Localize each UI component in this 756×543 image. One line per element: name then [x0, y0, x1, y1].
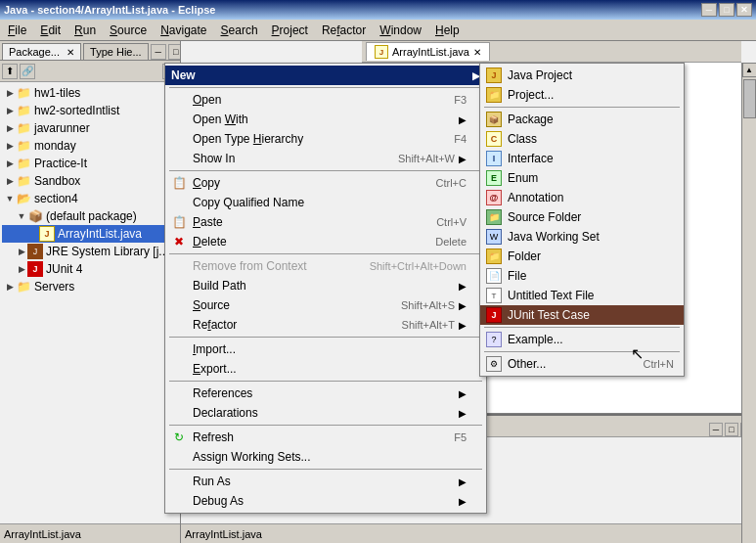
submenu-item-java-project[interactable]: J Java Project — [480, 66, 684, 85]
submenu-item-annotation[interactable]: @ Annotation — [480, 188, 684, 207]
delete-icon: ✖ — [171, 234, 187, 249]
tree-expand-icon: ▶ — [16, 263, 27, 275]
minimize-panel-icon[interactable]: ─ — [151, 44, 166, 60]
status-bar-text: ArrayIntList.java — [185, 528, 262, 540]
arrow-icon: ▶ — [459, 114, 467, 125]
submenu-item-folder[interactable]: 📁 Folder — [480, 247, 684, 266]
tree-expand-icon: ▶ — [16, 246, 27, 257]
menu-refactor[interactable]: Refactor — [316, 22, 372, 39]
submenu-item-class[interactable]: C Class — [480, 129, 684, 149]
submenu-item-file[interactable]: 📄 File — [480, 266, 684, 286]
submenu-item-untitled-text-file[interactable]: T Untitled Text File — [480, 286, 684, 305]
menu-project[interactable]: Project — [266, 22, 314, 39]
menu-edit[interactable]: Edit — [34, 22, 67, 39]
close-button[interactable]: ✕ — [736, 3, 752, 17]
list-item[interactable]: ▶ 📁 monday — [2, 137, 178, 155]
collapse-all-button[interactable]: ⬆ — [2, 64, 18, 79]
separator — [169, 469, 482, 470]
tab-package-close-icon[interactable]: ✕ — [67, 47, 74, 58]
arrow-icon: ▶ — [459, 476, 467, 487]
maximize-button[interactable]: □ — [719, 3, 734, 17]
minimize-button[interactable]: ─ — [701, 3, 717, 17]
submenu-item-example[interactable]: ? Example... — [480, 330, 684, 349]
context-menu-item-import[interactable]: Import... — [165, 339, 486, 359]
menu-help[interactable]: Help — [429, 22, 466, 39]
tree-collapse-icon: ▼ — [4, 193, 16, 204]
tab-type-hierarchy[interactable]: Type Hie... — [83, 43, 149, 60]
arrow-icon: ▶ — [459, 154, 467, 164]
submenu-item-enum[interactable]: E Enum — [480, 168, 684, 188]
tab-package-explorer[interactable]: Package... ✕ — [2, 43, 81, 60]
context-menu-item-declarations[interactable]: Declarations ▶ — [165, 403, 486, 423]
list-item[interactable]: ▶ 📁 hw1-tiles — [2, 84, 178, 102]
context-menu: New ▶ Open F3 Open With ▶ Open Type Hier… — [164, 63, 487, 514]
enum-icon: E — [486, 170, 502, 186]
menu-file[interactable]: File — [2, 22, 32, 39]
context-menu-item-build-path[interactable]: Build Path ▶ — [165, 276, 486, 295]
submenu-new: J Java Project 📁 Project... 📦 Package C … — [479, 63, 685, 377]
menu-search[interactable]: Search — [215, 22, 264, 39]
context-menu-item-run-as[interactable]: Run As ▶ — [165, 472, 486, 491]
copy-icon: 📋 — [171, 175, 187, 191]
submenu-item-other[interactable]: ⚙ Other... Ctrl+N — [480, 354, 684, 374]
list-item[interactable]: J ArrayIntList.java — [2, 225, 178, 243]
list-item[interactable]: ▶ 📁 Servers — [2, 278, 178, 295]
list-item[interactable]: ▶ 📁 javarunner — [2, 119, 178, 137]
submenu-item-junit-test-case[interactable]: J JUnit Test Case — [480, 305, 684, 325]
list-item[interactable]: ▼ 📦 (default package) — [2, 207, 178, 225]
example-icon: ? — [486, 332, 502, 347]
folder-icon: 📁 — [16, 156, 31, 171]
maximize-panel-icon[interactable]: □ — [168, 44, 181, 60]
context-menu-item-show-in[interactable]: Show In Shift+Alt+W ▶ — [165, 149, 486, 168]
context-menu-item-open[interactable]: Open F3 — [165, 90, 486, 110]
arrow-icon: ▶ — [459, 320, 467, 331]
context-menu-item-open-type-hierarchy[interactable]: Open Type Hierarchy F4 — [165, 129, 486, 149]
scroll-up-button[interactable]: ▲ — [742, 63, 757, 77]
context-menu-item-source[interactable]: Source Shift+Alt+S ▶ — [165, 295, 486, 315]
submenu-item-java-working-set[interactable]: W Java Working Set — [480, 227, 684, 247]
submenu-item-project[interactable]: 📁 Project... — [480, 85, 684, 105]
submenu-item-package[interactable]: 📦 Package — [480, 110, 684, 129]
list-item[interactable]: ▶ J JRE System Library [j... — [2, 243, 178, 260]
tree-expand-icon: ▶ — [4, 175, 16, 187]
context-menu-item-assign-working-sets[interactable]: Assign Working Sets... — [165, 447, 486, 467]
link-with-editor-button[interactable]: 🔗 — [20, 64, 35, 79]
arrow-icon: ▶ — [459, 408, 467, 419]
context-menu-item-export[interactable]: Export... — [165, 359, 486, 379]
context-menu-item-refactor[interactable]: Refactor Shift+Alt+T ▶ — [165, 315, 486, 335]
context-menu-item-paste[interactable]: 📋 Paste Ctrl+V — [165, 212, 486, 232]
tree-leaf-icon — [27, 228, 39, 240]
annotation-icon: @ — [486, 190, 502, 205]
menu-window[interactable]: Window — [374, 22, 427, 39]
list-item[interactable]: ▼ 📂 section4 — [2, 190, 178, 207]
list-item[interactable]: ▶ 📁 hw2-sortedIntlist — [2, 102, 178, 119]
context-menu-item-refresh[interactable]: ↻ Refresh F5 — [165, 428, 486, 447]
editor-tab-close-icon[interactable]: ✕ — [473, 47, 481, 58]
context-menu-item-references[interactable]: References ▶ — [165, 384, 486, 403]
title-bar: Java - section4/ArrayIntList.java - Ecli… — [0, 0, 756, 20]
list-item[interactable]: ▶ 📁 Sandbox — [2, 172, 178, 190]
submenu-item-interface[interactable]: I Interface — [480, 149, 684, 168]
separator — [169, 337, 482, 338]
folder-icon: 📁 — [16, 103, 31, 118]
scroll-thumb[interactable] — [743, 79, 756, 118]
folder-icon: 📁 — [16, 173, 31, 189]
menu-navigate[interactable]: Navigate — [155, 22, 212, 39]
list-item[interactable]: ▶ J JUnit 4 — [2, 260, 178, 278]
bottom-panel-maximize-icon[interactable]: □ — [725, 423, 738, 436]
submenu-item-source-folder[interactable]: 📁 Source Folder — [480, 207, 684, 227]
menu-run[interactable]: Run — [68, 22, 102, 39]
context-menu-item-new[interactable]: New ▶ — [165, 66, 486, 85]
context-menu-item-delete[interactable]: ✖ Delete Delete — [165, 232, 486, 251]
bottom-panel-minimize-icon[interactable]: ─ — [709, 423, 723, 436]
context-menu-item-copy-qualified[interactable]: Copy Qualified Name — [165, 193, 486, 212]
arrow-icon: ▶ — [459, 388, 467, 399]
context-menu-item-open-with[interactable]: Open With ▶ — [165, 110, 486, 129]
context-menu-item-copy[interactable]: 📋 Copy Ctrl+C — [165, 173, 486, 193]
menu-source[interactable]: Source — [104, 22, 153, 39]
list-item[interactable]: ▶ 📁 Practice-It — [2, 155, 178, 172]
separator — [484, 351, 680, 352]
context-menu-item-debug-as[interactable]: Debug As ▶ — [165, 491, 486, 511]
editor-tab-arrayintlist[interactable]: J ArrayIntList.java ✕ — [366, 42, 490, 61]
menu-bar: File Edit Run Source Navigate Search Pro… — [0, 20, 756, 41]
